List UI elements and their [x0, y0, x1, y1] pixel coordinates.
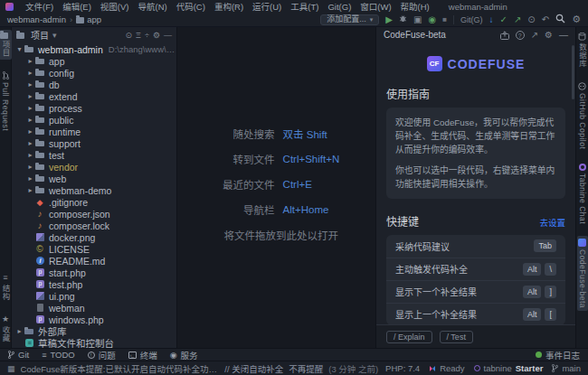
- tree-row[interactable]: README.md: [12, 255, 176, 267]
- stop-button[interactable]: ■: [442, 16, 447, 23]
- hide-panel-icon[interactable]: —: [164, 31, 172, 40]
- tree-row[interactable]: ▸process: [12, 102, 176, 114]
- menu-item[interactable]: 重构(R): [210, 2, 248, 12]
- toolstrip-tabnine[interactable]: Tabnine Chat: [577, 161, 588, 227]
- toolstrip-project[interactable]: 项目: [0, 30, 12, 60]
- menu-item[interactable]: 运行(U): [248, 2, 286, 12]
- git-rollback-icon[interactable]: ↶: [542, 15, 549, 24]
- menu-item[interactable]: 帮助(H): [396, 2, 434, 12]
- tree-row[interactable]: ▸webman-demo: [12, 184, 176, 196]
- toolwindow-git-branch[interactable]: Git: [8, 350, 29, 360]
- git-menu-label[interactable]: Git(G): [460, 15, 483, 24]
- tree-row[interactable]: ♪composer.json: [12, 208, 176, 220]
- toolstrip-copilot[interactable]: GitHub Copilot: [577, 80, 588, 152]
- collapse-all-icon[interactable]: ÷: [145, 31, 149, 40]
- toolstrip-codefuse[interactable]: CodeFuse-beta: [577, 236, 588, 311]
- hide-codefuse-icon[interactable]: —: [559, 31, 568, 40]
- profiler-button[interactable]: ◉: [428, 15, 436, 24]
- panel-scrollbar[interactable]: [572, 45, 574, 99]
- tree-row[interactable]: docker.png: [12, 231, 176, 243]
- tree-row[interactable]: ▸extend: [12, 90, 176, 102]
- tree-chevron-icon[interactable]: ▸: [26, 104, 34, 112]
- tree-row[interactable]: ▸config: [12, 67, 176, 79]
- git-history-icon[interactable]: ⊙: [527, 15, 535, 24]
- toolstrip-structure[interactable]: ≡ 结构: [0, 271, 12, 304]
- tree-chevron-icon[interactable]: ▸: [26, 57, 34, 65]
- tree-chevron-icon[interactable]: ▸: [26, 163, 34, 171]
- tree-chevron-icon[interactable]: ▸: [26, 80, 34, 89]
- toolwindow-services[interactable]: ◉服务: [170, 349, 198, 361]
- toolwindow-switcher-icon[interactable]: ▦: [7, 364, 15, 373]
- toolstrip-favorites[interactable]: ★ 收藏: [0, 313, 12, 345]
- panel-settings-icon[interactable]: ⚙: [153, 31, 160, 40]
- command-chip[interactable]: / Explain: [386, 331, 432, 343]
- menu-item[interactable]: 导航(N): [133, 2, 171, 12]
- tree-row[interactable]: ▸db: [12, 79, 176, 90]
- tree-row[interactable]: ♪composer.lock: [12, 220, 176, 231]
- tree-row[interactable]: ▸public: [12, 114, 176, 126]
- breadcrumb-project[interactable]: webman-admin: [7, 14, 66, 24]
- breadcrumb-folder[interactable]: app: [87, 14, 101, 24]
- tree-chevron-icon[interactable]: ▸: [26, 139, 34, 147]
- chevron-down-icon[interactable]: ▾: [52, 31, 57, 40]
- tree-row[interactable]: ©LICENSE: [12, 243, 176, 255]
- tree-chevron-icon[interactable]: ▸: [26, 69, 34, 77]
- menu-item[interactable]: 窗口(W): [356, 2, 395, 12]
- tree-chevron-icon[interactable]: ▸: [26, 116, 34, 124]
- tree-chevron-icon[interactable]: ▸: [26, 186, 34, 194]
- tree-row[interactable]: 草稿文件和控制台: [12, 337, 176, 348]
- go-to-settings-link[interactable]: 去设置: [539, 216, 565, 229]
- git-update-icon[interactable]: ↓: [489, 15, 494, 24]
- tree-row[interactable]: ▸web: [12, 173, 176, 184]
- php-version[interactable]: PHP: 7.4: [385, 363, 420, 373]
- tree-row[interactable]: ui.png: [12, 290, 176, 302]
- coverage-button[interactable]: ▣: [413, 15, 422, 24]
- menu-item[interactable]: Git(G): [323, 2, 356, 12]
- tree-row[interactable]: test.php: [12, 278, 176, 290]
- tree-row[interactable]: ▸test: [12, 149, 176, 161]
- run-button[interactable]: ▶: [385, 15, 393, 24]
- git-push-icon[interactable]: ↗: [514, 15, 521, 24]
- editor-area[interactable]: 随处搜索双击 Shift转到文件Ctrl+Shift+N最近的文件Ctrl+E导…: [177, 27, 375, 348]
- panel-gear-icon[interactable]: ⚙: [545, 31, 553, 40]
- toolwindow-terminal[interactable]: ›_终端: [128, 349, 157, 361]
- share-icon[interactable]: [500, 31, 509, 40]
- menu-item[interactable]: 文件(F): [21, 2, 58, 12]
- command-chip[interactable]: / Test: [440, 331, 473, 343]
- tree-chevron-icon[interactable]: ▸: [15, 327, 24, 335]
- menu-item[interactable]: 工具(T): [286, 2, 323, 12]
- menu-item[interactable]: 代码(C): [172, 2, 210, 12]
- tree-row[interactable]: ▸app: [12, 55, 176, 67]
- search-everywhere-icon[interactable]: [555, 14, 565, 25]
- tree-row[interactable]: ▸vendor: [12, 161, 176, 173]
- toolwindow-problems[interactable]: !问题: [88, 349, 116, 361]
- help-icon[interactable]: ?: [516, 31, 525, 40]
- open-in-browser-icon[interactable]: ↗: [531, 31, 538, 40]
- tree-chevron-icon[interactable]: ▸: [26, 127, 34, 136]
- tree-chevron-icon[interactable]: ▸: [26, 151, 34, 159]
- run-configuration-select[interactable]: 添加配置...▾: [320, 14, 379, 25]
- tree-row[interactable]: start.php: [12, 267, 176, 278]
- project-view-title[interactable]: 项目: [31, 28, 49, 42]
- tree-row[interactable]: ▸support: [12, 137, 176, 149]
- debug-button[interactable]: [399, 14, 407, 24]
- tree-row[interactable]: ▸runtime: [12, 126, 176, 137]
- tree-row[interactable]: webman: [12, 302, 176, 314]
- toolstrip-database[interactable]: 数据库: [576, 30, 588, 70]
- tree-row[interactable]: ◆.gitignore: [12, 196, 176, 208]
- menu-item[interactable]: 视图(V): [96, 2, 134, 12]
- menu-item[interactable]: 编辑(E): [58, 2, 96, 12]
- tree-row[interactable]: windows.php: [12, 314, 176, 325]
- toolwindow-event-log[interactable]: 事件日志: [536, 349, 580, 361]
- disable-autocomplete-link[interactable]: // 关闭自动补全: [224, 362, 283, 375]
- locate-file-icon[interactable]: ⊙: [126, 31, 133, 40]
- dismiss-link[interactable]: 不再提醒: [289, 362, 323, 375]
- expand-all-icon[interactable]: Ξ: [136, 31, 141, 40]
- tree-chevron-icon[interactable]: ▾: [15, 45, 24, 53]
- tree-row[interactable]: ▾webman-adminD:\zhang\www\webman-adm: [12, 43, 176, 55]
- tabnine-ready-status[interactable]: Ready: [429, 363, 464, 373]
- settings-gear-icon[interactable]: ⚙: [572, 14, 581, 24]
- tabnine-plan[interactable]: tabnine Starter: [474, 363, 544, 373]
- tree-chevron-icon[interactable]: ▸: [26, 92, 34, 100]
- git-branch-widget[interactable]: main: [552, 363, 581, 373]
